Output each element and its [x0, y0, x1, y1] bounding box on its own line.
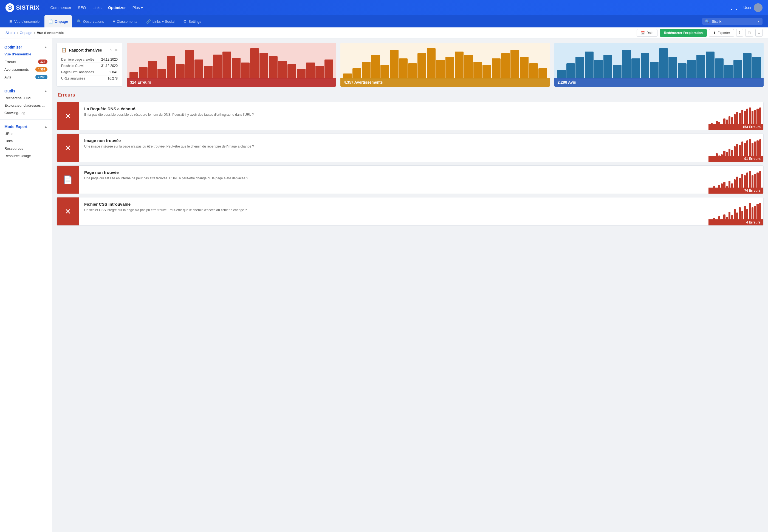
avertissements-stat-label: 4.357 Avertissements [340, 78, 550, 87]
restart-exploration-button[interactable]: Redémarrer l'exploration [660, 29, 707, 37]
user-menu[interactable]: User [743, 3, 763, 12]
avis-stat-label: 2.288 Avis [554, 78, 764, 87]
sidebar-item-erreurs[interactable]: Erreurs 324 [0, 58, 52, 66]
image-chart: 91 Erreurs [708, 134, 763, 162]
tab-vue-ensemble[interactable]: ⊞ Vue d'ensemble [5, 15, 43, 27]
rapport-label-0: Dernière page crawlée [61, 58, 94, 61]
download-icon: ⬇ [713, 31, 716, 35]
domain-search-input[interactable] [712, 19, 756, 24]
tab-classements[interactable]: ≡ Classements [109, 15, 141, 27]
page-doc-icon: 📄 [63, 175, 73, 184]
tab-onpage[interactable]: 📄 Onpage [44, 15, 72, 27]
svg-point-1 [9, 7, 10, 8]
erreurs-stat-label: 324 Erreurs [127, 78, 336, 87]
grid-view-button[interactable]: ⊞ [745, 29, 753, 37]
nav-plus[interactable]: Plus ▾ [132, 5, 143, 10]
sidebar-item-recherche-html[interactable]: Recherche HTML [0, 94, 52, 102]
list-view-icon: ≡ [758, 31, 760, 35]
chevron-down-icon: ▾ [141, 5, 143, 10]
observations-icon: 🔍 [77, 19, 81, 24]
grid-icon[interactable]: ⋮⋮ [729, 5, 739, 11]
sidebar-outils-collapse[interactable]: ▲ [44, 89, 47, 93]
onpage-icon: 📄 [48, 19, 53, 24]
avertissements-badge: 4.357 [35, 67, 47, 72]
sidebar-item-links[interactable]: Links [0, 137, 52, 145]
stat-card-erreurs[interactable]: 324 Erreurs [127, 43, 336, 87]
sidebar-item-avertissements[interactable]: Avertissements 4.357 [0, 66, 52, 73]
help-icon[interactable]: ? [110, 48, 112, 52]
search-dropdown-icon[interactable]: ▾ [758, 19, 759, 23]
nav-links[interactable]: Links [92, 4, 101, 11]
error-card-dns[interactable]: ✕ La Requête DNS a échoué. Il n'a pas ét… [57, 102, 764, 130]
image-body: Image non trouvée Une image intégrée sur… [79, 134, 708, 162]
error-card-image[interactable]: ✕ Image non trouvée Une image intégrée s… [57, 134, 764, 162]
sidebar-item-explorateur[interactable]: Explorateur d'adresses ... [0, 102, 52, 109]
date-label: Date [646, 31, 653, 35]
sidebar-links-label: Links [4, 139, 13, 143]
sidebar-avis-label: Avis [4, 75, 11, 79]
tab-classements-label: Classements [117, 19, 137, 24]
nav-plus-label: Plus [132, 5, 140, 10]
page-icon-box: 📄 [57, 166, 79, 194]
rapport-label-3: URLs analysées [61, 77, 85, 80]
rapport-row-2: Pages Html analysées 2.841 [61, 69, 118, 75]
rapport-icon: 📋 [61, 47, 67, 53]
tab-settings[interactable]: ⚙ Settings [179, 15, 205, 27]
breadcrumb-sistrix[interactable]: Sistrix [5, 31, 15, 35]
stat-card-avertissements-inner: 4.357 Avertissements [340, 43, 550, 87]
sidebar-item-urls[interactable]: URLs [0, 130, 52, 137]
sidebar-explorateur-label: Explorateur d'adresses ... [4, 103, 45, 107]
avertissements-chart [340, 43, 550, 78]
list-view-button[interactable]: ≡ [755, 29, 763, 37]
stat-card-avis-inner: 2.288 Avis [554, 43, 764, 87]
date-button[interactable]: 📅 Date [637, 29, 657, 37]
sidebar-crawling-log-label: Crawling-Log [4, 111, 26, 115]
breadcrumb-onpage[interactable]: Onpage [20, 31, 32, 35]
tab-settings-label: Settings [188, 19, 201, 24]
rapport-value-0: 24.12.2020 [101, 58, 118, 61]
page-body: Page non trouvée Une page qui est liée e… [79, 166, 708, 194]
dns-x-icon: ✕ [65, 112, 71, 121]
image-icon-box: ✕ [57, 134, 79, 162]
sidebar-vue-ensemble-label: Vue d'ensemble [4, 52, 31, 56]
tab-observations[interactable]: 🔍 Observations [73, 15, 108, 27]
sidebar-item-ressources[interactable]: Ressources [0, 145, 52, 152]
sidebar-optimizer-title: Optimizer [4, 45, 22, 49]
sidebar-item-resource-usage[interactable]: Resource Usage [0, 152, 52, 160]
avatar [754, 3, 763, 12]
nav-optimizer[interactable]: Optimizer [108, 4, 126, 11]
error-card-page[interactable]: 📄 Page non trouvée Une page qui est liée… [57, 165, 764, 194]
breadcrumb-sep-2: › [34, 31, 35, 35]
nav-commencer[interactable]: Commencer [50, 4, 71, 11]
sidebar-optimizer-header: Optimizer ▲ [0, 43, 52, 50]
settings-icon: ⚙ [183, 19, 187, 24]
sidebar-optimizer-collapse[interactable]: ▲ [44, 45, 47, 49]
gear-icon[interactable]: ⚙ [114, 48, 118, 52]
stat-card-avertissements[interactable]: 4.357 Avertissements [340, 43, 550, 87]
links-social-icon: 🔗 [146, 19, 151, 24]
image-desc: Une image intégrée sur la page n'a pas p… [84, 144, 703, 149]
sidebar-mode-expert-collapse[interactable]: ▲ [44, 125, 47, 129]
stat-card-erreurs-inner: 324 Erreurs [127, 43, 336, 87]
tab-links-social[interactable]: 🔗 Links + Social [142, 15, 179, 27]
export-button[interactable]: ⬇ Exporter [709, 29, 734, 37]
share-button[interactable]: ⤴ [736, 29, 743, 37]
image-title: Image non trouvée [84, 138, 703, 143]
css-title: Fichier CSS introuvable [84, 202, 703, 206]
breadcrumb-bar: Sistrix › Onpage › Vue d'ensemble 📅 Date… [0, 27, 768, 38]
error-card-css[interactable]: ✕ Fichier CSS introuvable Un fichier CSS… [57, 197, 764, 226]
sidebar-item-vue-ensemble[interactable]: Vue d'ensemble [0, 50, 52, 58]
domain-search-box[interactable]: 🔍 ▾ [702, 18, 763, 25]
brand-logo[interactable]: SISTRIX [5, 3, 39, 12]
dns-chart: 153 Erreurs [708, 102, 763, 130]
sidebar-divider-2 [0, 119, 52, 120]
page-title: Page non trouvée [84, 170, 703, 175]
nav-seo[interactable]: SEO [78, 4, 86, 11]
avis-chart [554, 43, 764, 78]
sidebar-item-avis[interactable]: Avis 2.288 [0, 73, 52, 81]
sidebar-item-crawling-log[interactable]: Crawling-Log [0, 109, 52, 117]
css-count-label: 4 Erreurs [708, 219, 763, 225]
sidebar-outils-title: Outils [4, 89, 15, 93]
stat-card-avis[interactable]: 2.288 Avis [554, 43, 764, 87]
rapport-row-0: Dernière page crawlée 24.12.2020 [61, 56, 118, 63]
